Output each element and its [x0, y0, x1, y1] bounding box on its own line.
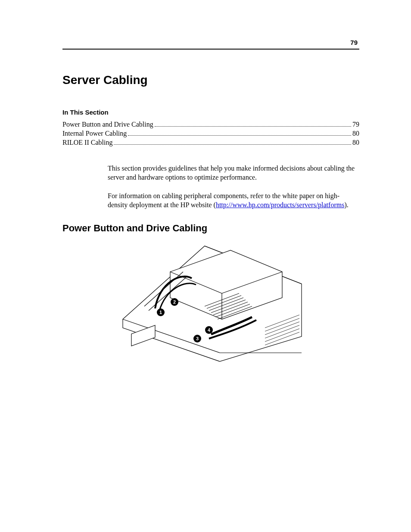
server-cabling-diagram: 1 2 3 4 [62, 242, 359, 362]
page-number: 79 [62, 39, 359, 46]
in-this-section-label: In This Section [62, 109, 359, 116]
subheading-power-button-drive-cabling: Power Button and Drive Cabling [62, 223, 359, 234]
callout-label: 3 [196, 336, 198, 341]
toc-item-page: 79 [352, 120, 359, 129]
toc-leader-dots [155, 126, 351, 127]
header-divider [62, 49, 359, 50]
toc-leader-dots [128, 135, 351, 136]
page-title: Server Cabling [62, 73, 359, 87]
toc-item-page: 80 [352, 138, 359, 147]
toc-item-label: RILOE II Cabling [62, 138, 112, 147]
toc-leader-dots [114, 144, 351, 145]
page-container: 79 Server Cabling In This Section Power … [0, 0, 411, 388]
callout-label: 1 [159, 310, 162, 315]
callout-label: 4 [207, 327, 210, 333]
paragraph-text: ). [344, 201, 348, 208]
toc-row[interactable]: Internal Power Cabling 80 [62, 129, 359, 138]
callout-label: 2 [173, 299, 175, 305]
toc-row[interactable]: Power Button and Drive Cabling 79 [62, 120, 359, 129]
callout-1: 1 [157, 308, 165, 316]
callout-2: 2 [171, 298, 178, 306]
callout-4: 4 [205, 326, 213, 334]
intro-paragraph-2: For information on cabling peripheral co… [108, 192, 359, 210]
toc-item-page: 80 [352, 129, 359, 138]
table-of-contents: Power Button and Drive Cabling 79 Intern… [62, 120, 359, 147]
toc-row[interactable]: RILOE II Cabling 80 [62, 138, 359, 147]
toc-item-label: Power Button and Drive Cabling [62, 120, 153, 129]
toc-item-label: Internal Power Cabling [62, 129, 127, 138]
intro-paragraph-1: This section provides guidelines that he… [108, 164, 359, 182]
callout-3: 3 [193, 335, 201, 342]
hp-website-link[interactable]: http://www.hp.com/products/servers/platf… [216, 201, 344, 208]
